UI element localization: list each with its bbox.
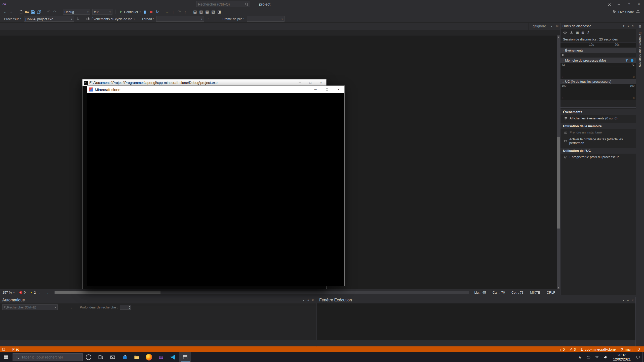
search-depth-stepper[interactable]: ▴ ▾ (120, 305, 131, 310)
stop-button[interactable] (148, 10, 154, 14)
comment-icon[interactable]: ▧ (210, 10, 216, 14)
incoming-commits-indicator[interactable]: ↑ 0 (560, 347, 565, 351)
step-into-icon[interactable]: ↓ (170, 10, 176, 14)
live-share-icon[interactable] (612, 10, 616, 14)
window-menu-icon[interactable]: ▾ (623, 298, 624, 302)
open-file-icon[interactable] (24, 10, 30, 14)
start-button[interactable] (0, 352, 12, 362)
reset-view-icon[interactable]: ↺ (587, 31, 589, 34)
save-icon[interactable] (30, 10, 36, 14)
close-icon[interactable]: × (632, 24, 634, 28)
take-snapshot-button[interactable]: Prendre un instantané (560, 129, 636, 136)
store-icon[interactable] (119, 352, 131, 362)
chevron-down-icon[interactable]: ▾ (55, 306, 56, 309)
branch-indicator[interactable]: main (620, 347, 632, 351)
process-combo[interactable]: [15664] project.exe ▾ (24, 16, 74, 22)
scrollbar-thumb[interactable] (55, 291, 160, 294)
zoom-in-icon[interactable]: ⊞ (576, 31, 579, 34)
cortana-icon[interactable] (83, 352, 95, 362)
close-button[interactable]: × (634, 0, 644, 8)
save-all-icon[interactable] (36, 10, 42, 14)
select-tool-icon[interactable] (563, 30, 567, 34)
taskbar-clock[interactable]: 20:13 12/02/2021 (610, 353, 634, 361)
lifecycle-events-dropdown[interactable]: Événements du cycle de vie ▾ (85, 17, 136, 21)
heap-profiling-toggle[interactable]: Activer le profilage du tas (affecte les… (560, 136, 636, 146)
redo-icon[interactable]: ↷ (52, 10, 58, 14)
active-files-dropdown-icon[interactable]: ▾ (549, 24, 554, 28)
thread-combo[interactable]: ▾ (156, 16, 204, 22)
solution-explorer-icon[interactable]: ▦ (636, 25, 644, 28)
memory-section-header[interactable]: ▴ Mémoire du processus (Mo) (560, 58, 636, 63)
break-all-button[interactable] (142, 10, 148, 14)
restart-button[interactable]: ↻ (154, 10, 160, 14)
onedrive-cloud-icon[interactable] (584, 355, 593, 359)
mail-icon[interactable] (107, 352, 119, 362)
vscode-icon[interactable] (167, 352, 179, 362)
zoom-out-icon[interactable]: ⊟ (581, 31, 584, 34)
word-wrap-icon[interactable]: ▥ (198, 10, 204, 14)
close-icon[interactable]: × (312, 298, 314, 302)
live-share-label[interactable]: Live Share (618, 10, 634, 14)
cpu-section-header[interactable]: ▴ UC (% de tous les processeurs) (560, 79, 636, 84)
step-over-icon[interactable]: ↷ (176, 10, 182, 14)
volume-icon[interactable] (601, 355, 610, 359)
minimize-button[interactable]: ─ (310, 86, 321, 93)
firefox-icon[interactable] (143, 352, 155, 362)
export-report-icon[interactable] (570, 30, 574, 34)
user-avatar-icon[interactable] (605, 2, 614, 6)
show-events-link[interactable]: Afficher les événements (0 sur 0) (560, 115, 636, 122)
process-refresh-icon[interactable]: ↻ (75, 17, 81, 21)
step-out-icon[interactable]: ↑ (182, 10, 188, 14)
error-indicator[interactable]: 0 (17, 291, 28, 294)
background-tasks-icon[interactable] (2, 348, 5, 351)
solution-explorer-vertical-tab[interactable]: Explorateur de solutions (638, 32, 642, 67)
thread-down-icon[interactable]: ↓ (211, 17, 217, 21)
immediate-input-area[interactable] (317, 303, 635, 340)
timeline-ruler[interactable]: 10s 20s (560, 42, 636, 47)
close-button[interactable]: × (333, 86, 344, 93)
pending-edits-indicator[interactable]: 3 (569, 347, 576, 351)
pin-icon[interactable]: ↧ (627, 298, 629, 302)
spin-up-icon[interactable]: ▴ (129, 305, 130, 307)
show-desktop-button[interactable] (642, 352, 644, 362)
repository-indicator[interactable]: cpp-minecraft-clone (580, 347, 616, 351)
tab-gitignore[interactable]: .gitignore (528, 23, 549, 30)
undo-icon[interactable]: ↶ (46, 10, 52, 14)
scrollbar-thumb[interactable] (557, 137, 560, 229)
minimize-button[interactable]: ─ (614, 0, 624, 8)
bookmark-icon[interactable]: ◨ (216, 10, 222, 14)
notifications-bell-icon[interactable] (637, 348, 640, 351)
search-next-icon[interactable]: → (68, 305, 74, 309)
info-icon[interactable] (630, 59, 634, 62)
platform-combo[interactable]: x86 ▾ (92, 9, 112, 15)
minecraft-clone-window[interactable]: Minecraft clone ─ □ × (87, 85, 345, 286)
action-center-icon[interactable] (634, 355, 642, 359)
autos-search-input[interactable] (7, 305, 55, 309)
thread-up-icon[interactable]: ↑ (205, 17, 211, 21)
continue-button[interactable]: Continuer ▾ (117, 10, 142, 14)
file-explorer-icon[interactable] (131, 352, 143, 362)
taskbar-search-input[interactable] (21, 355, 80, 359)
zoom-control[interactable]: 157 % ▾ (0, 291, 17, 294)
task-view-icon[interactable] (95, 352, 107, 362)
pin-icon[interactable]: ↧ (627, 24, 629, 28)
editor-horizontal-scrollbar[interactable] (54, 291, 469, 294)
autos-search-box[interactable]: ▾ (2, 304, 58, 310)
show-next-statement-icon[interactable]: → (164, 10, 170, 14)
navigate-forward-icon[interactable]: → (8, 10, 14, 14)
whitespace-toggle-icon[interactable]: ▤ (192, 10, 198, 14)
navigate-forward-small-icon[interactable]: → (44, 290, 49, 295)
close-button[interactable]: × (316, 81, 326, 84)
running-app-taskbar-icon[interactable] (179, 352, 191, 362)
feedback-bell-icon[interactable] (636, 10, 640, 14)
navigate-back-icon[interactable]: ← (2, 10, 8, 14)
pin-icon[interactable]: ↧ (307, 298, 309, 302)
visual-studio-icon[interactable]: ∞ (155, 352, 167, 362)
editor-vertical-scrollbar[interactable]: ▲ ▼ (557, 35, 560, 289)
network-icon[interactable] (593, 355, 601, 359)
tray-chevron-icon[interactable]: ∧ (576, 355, 584, 359)
quick-search-box[interactable] (196, 1, 250, 7)
maximize-button[interactable]: □ (321, 86, 333, 93)
debug-config-combo[interactable]: Debug ▾ (63, 9, 90, 15)
maximize-button[interactable]: □ (305, 81, 316, 84)
